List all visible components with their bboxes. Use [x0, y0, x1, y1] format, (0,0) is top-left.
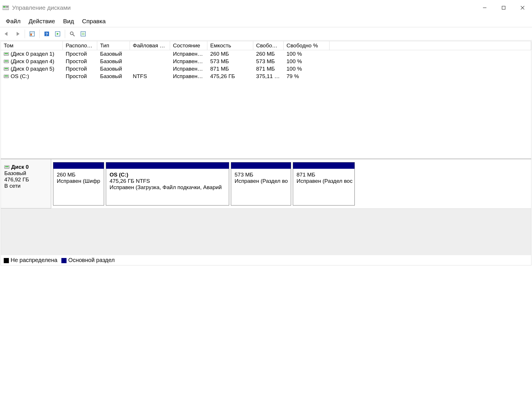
volume-capacity: 871 МБ [207, 65, 253, 72]
volume-list-header: Том Располож… Тип Файловая с… Состояние … [1, 41, 531, 50]
volume-name: (Диск 0 раздел 1) [11, 51, 54, 57]
back-button[interactable] [2, 29, 11, 39]
toolbar: ? [0, 27, 532, 40]
volume-name: (Диск 0 раздел 4) [11, 58, 54, 65]
help-button[interactable]: ? [42, 29, 52, 39]
column-filler [330, 41, 531, 50]
volume-fs: NTFS [130, 73, 170, 80]
disk-size: 476,92 ГБ [4, 176, 48, 183]
column-capacity[interactable]: Емкость [207, 41, 253, 50]
svg-rect-11 [30, 34, 32, 36]
volume-type: Базовый [97, 65, 130, 72]
menubar: Файл Действие Вид Справка [0, 15, 532, 27]
volume-list[interactable]: Том Располож… Тип Файловая с… Состояние … [1, 41, 531, 159]
column-layout[interactable]: Располож… [63, 41, 97, 50]
legend: Не распределена Основной раздел [1, 255, 531, 265]
menu-help[interactable]: Справка [78, 16, 110, 26]
close-button[interactable] [513, 0, 532, 15]
properties-button[interactable] [27, 29, 37, 39]
volume-status: Исправен… [170, 58, 207, 65]
rescan-button[interactable] [67, 29, 77, 39]
partition-status: Исправен (Раздел вос [297, 178, 351, 184]
column-volume[interactable]: Том [1, 41, 63, 50]
volume-status: Исправен… [170, 73, 207, 80]
volume-layout: Простой [63, 65, 97, 72]
list-button[interactable] [78, 29, 88, 39]
svg-marker-7 [5, 32, 7, 36]
menu-file[interactable]: Файл [2, 16, 25, 26]
svg-rect-1 [3, 6, 5, 7]
disk-online: В сети [4, 183, 48, 189]
svg-marker-15 [57, 33, 59, 35]
window-controls [475, 0, 532, 15]
disk-info[interactable]: Диск 0 Базовый 476,92 ГБ В сети [1, 159, 51, 208]
volume-row[interactable]: (Диск 0 раздел 5)ПростойБазовыйИсправен…… [1, 65, 531, 73]
volume-layout: Простой [63, 58, 97, 65]
legend-unallocated: Не распределена [11, 257, 57, 263]
legend-primary: Основной раздел [68, 257, 115, 263]
volume-row[interactable]: (Диск 0 раздел 1)ПростойБазовыйИсправен…… [1, 50, 531, 58]
partition-header [106, 162, 229, 169]
partition-status: Исправен (Раздел во [235, 178, 287, 184]
volume-free: 871 МБ [253, 65, 284, 72]
volume-type: Базовый [97, 58, 130, 65]
legend-swatch-unallocated [4, 258, 9, 263]
partition-header [53, 162, 104, 169]
minimize-button[interactable] [475, 0, 494, 15]
svg-text:?: ? [46, 32, 48, 36]
menu-action[interactable]: Действие [25, 16, 59, 26]
svg-marker-8 [17, 32, 20, 36]
disk-graphical-view: Диск 0 Базовый 476,92 ГБ В сети 260 МБИс… [1, 159, 531, 209]
svg-rect-2 [6, 6, 8, 7]
partition[interactable]: 871 МБИсправен (Раздел вос [293, 162, 355, 205]
volume-name: (Диск 0 раздел 5) [11, 66, 54, 72]
forward-button[interactable] [13, 29, 22, 39]
column-filesystem[interactable]: Файловая с… [130, 41, 170, 50]
disk-name: Диск 0 [11, 164, 29, 170]
column-freepct[interactable]: Свободно % [284, 41, 330, 50]
partition-size: 871 МБ [297, 172, 351, 178]
volume-row[interactable]: (Диск 0 раздел 4)ПростойБазовыйИсправен…… [1, 58, 531, 65]
partition-size: 260 МБ [57, 172, 100, 178]
disk-icon [4, 165, 9, 169]
volume-freepct: 100 % [284, 65, 330, 72]
volume-name: OS (C:) [11, 73, 29, 79]
volume-free: 573 МБ [253, 58, 284, 65]
partition[interactable]: 260 МБИсправен (Шифр [53, 162, 104, 205]
volume-capacity: 475,26 ГБ [207, 73, 253, 80]
volume-fs [130, 58, 170, 65]
volume-icon [4, 67, 9, 71]
partition-status: Исправен (Загрузка, Файл подкачки, Авари… [110, 184, 225, 191]
volume-capacity: 260 МБ [207, 51, 253, 57]
empty-area [1, 209, 531, 255]
volume-capacity: 573 МБ [207, 58, 253, 65]
volume-freepct: 100 % [284, 51, 330, 57]
partition-header [293, 162, 354, 169]
toolbar-separator [25, 30, 25, 38]
volume-icon [4, 75, 9, 78]
volume-type: Базовый [97, 51, 130, 57]
window-title: Управление дисками [12, 4, 475, 11]
legend-swatch-primary [61, 258, 67, 263]
svg-rect-4 [502, 6, 505, 9]
volume-layout: Простой [63, 73, 97, 80]
volume-free: 260 МБ [253, 51, 284, 57]
volume-row[interactable]: OS (C:)ПростойБазовыйNTFSИсправен…475,26… [1, 73, 531, 80]
menu-view[interactable]: Вид [59, 16, 78, 26]
volume-type: Базовый [97, 73, 130, 80]
volume-status: Исправен… [170, 51, 207, 57]
volume-icon [4, 52, 9, 56]
partition[interactable]: 573 МБИсправен (Раздел во [231, 162, 291, 205]
volume-status: Исправен… [170, 65, 207, 72]
refresh-button[interactable] [53, 29, 63, 39]
volume-freepct: 100 % [284, 58, 330, 65]
toolbar-separator [39, 30, 40, 38]
disk-type: Базовый [4, 170, 48, 176]
column-status[interactable]: Состояние [170, 41, 207, 50]
maximize-button[interactable] [494, 0, 513, 15]
partition-label: OS (C:) [110, 172, 225, 178]
column-type[interactable]: Тип [97, 41, 130, 50]
partition-status: Исправен (Шифр [57, 178, 100, 184]
column-free[interactable]: Свобод… [253, 41, 284, 50]
partition[interactable]: OS (C:)475,26 ГБ NTFSИсправен (Загрузка,… [106, 162, 229, 205]
